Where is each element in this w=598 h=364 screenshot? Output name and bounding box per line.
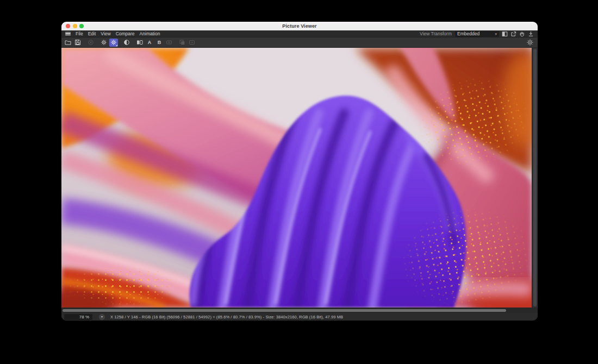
status-bar: 78 % ▾ X 1258 / Y 146 - RGB (16 Bit) (56… <box>61 313 538 321</box>
pixel-info-text: X 1258 / Y 146 - RGB (16 Bit) (56096 / 5… <box>110 315 343 319</box>
vertical-scrollbar[interactable] <box>532 48 538 307</box>
minimize-window-button[interactable] <box>73 24 77 28</box>
titlebar[interactable]: Picture Viewer <box>61 22 538 30</box>
copy-icon <box>178 39 186 47</box>
close-result-icon <box>86 39 95 47</box>
display-settings-gear-icon[interactable] <box>109 39 118 47</box>
vertical-scrollbar-thumb[interactable] <box>533 49 537 306</box>
external-window-icon[interactable] <box>510 30 516 37</box>
contrast-icon[interactable] <box>122 39 131 47</box>
picture-canvas[interactable] <box>61 48 532 307</box>
zoom-level-input[interactable]: 78 % <box>64 314 92 320</box>
save-icon[interactable] <box>73 39 82 47</box>
swap-ab-icon <box>165 39 173 47</box>
view-transform-label: View Transform <box>420 31 452 36</box>
pan-hand-icon[interactable] <box>519 30 525 37</box>
horizontal-scrollbar[interactable] <box>61 307 538 313</box>
image-viewport <box>61 48 538 307</box>
menu-compare[interactable]: Compare <box>116 31 135 36</box>
menu-bar: File Edit View Compare Animation View Tr… <box>61 30 538 37</box>
menubar-right-controls: View Transform Embedded ▾ <box>420 30 534 37</box>
window-title: Picture Viewer <box>282 23 316 29</box>
chevron-down-icon: ▾ <box>495 32 497 36</box>
render-settings-gear-icon[interactable] <box>99 39 108 47</box>
view-transform-value: Embedded <box>457 31 479 36</box>
open-icon[interactable] <box>64 39 72 47</box>
compare-panels-icon[interactable] <box>135 39 144 47</box>
filter-gear-icon[interactable] <box>526 39 534 47</box>
set-b-button[interactable]: B <box>155 39 164 47</box>
hamburger-menu-icon[interactable] <box>65 32 71 36</box>
zoom-preset-dropdown-button[interactable]: ▾ <box>99 314 105 320</box>
zoom-window-button[interactable] <box>79 24 84 28</box>
close-window-button[interactable] <box>66 24 70 28</box>
menu-view[interactable]: View <box>101 31 110 36</box>
menu-animation[interactable]: Animation <box>140 31 160 36</box>
paste-icon <box>188 39 196 47</box>
menu-edit[interactable]: Edit <box>88 31 96 36</box>
traffic-lights <box>66 24 84 28</box>
picture-viewer-window: Picture Viewer File Edit View Compare An… <box>61 22 538 321</box>
view-transform-dropdown[interactable]: Embedded ▾ <box>455 31 499 37</box>
toolbar: A B <box>61 37 538 48</box>
save-image-icon[interactable] <box>527 30 534 37</box>
artwork-image <box>61 48 532 307</box>
menu-file[interactable]: File <box>76 31 83 36</box>
set-a-button[interactable]: A <box>145 39 154 47</box>
split-view-icon[interactable] <box>501 30 508 37</box>
horizontal-scrollbar-thumb[interactable] <box>63 309 506 312</box>
desktop-background: Picture Viewer File Edit View Compare An… <box>0 0 598 364</box>
